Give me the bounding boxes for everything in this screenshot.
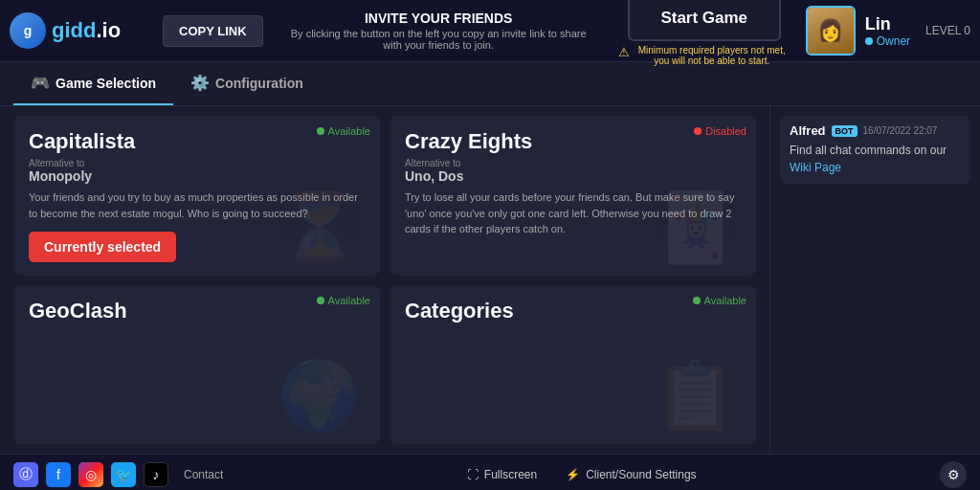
configuration-tab-label: Configuration: [215, 76, 303, 91]
chat-sender: Alfred: [790, 123, 826, 138]
user-info: Lin Owner: [865, 14, 910, 48]
chat-message: Alfred BOT 16/07/2022 22:07 Find all cha…: [780, 116, 970, 184]
status-text-geoclash: Available: [328, 295, 370, 306]
avatar: 👩: [806, 6, 856, 56]
start-game-area: Start Game ⚠ Minimum required players no…: [618, 0, 791, 66]
tab-configuration[interactable]: ⚙️ Configuration: [173, 62, 321, 105]
game-card-categories[interactable]: Available Categories 📋: [390, 285, 756, 445]
currently-selected-button[interactable]: Currently selected: [29, 232, 176, 262]
twitter-icon[interactable]: 🐦: [111, 462, 136, 487]
game-card-crazy-eights[interactable]: Disabled Crazy Eights Alternative to Uno…: [390, 116, 756, 276]
game-title-categories: Categories: [405, 299, 741, 323]
start-game-button[interactable]: Start Game: [628, 0, 781, 41]
footer-social: ⓓ f ◎ 🐦 ♪ Contact: [13, 462, 223, 487]
fullscreen-icon: ⛶: [467, 468, 479, 481]
status-dot-capitalista: [317, 127, 324, 135]
card-bg-icon-geoclash: 🌍: [278, 356, 361, 434]
card-bg-icon-capitalista: ⏳: [278, 188, 361, 266]
user-level: LEVEL 0: [925, 24, 970, 37]
game-card-geoclash[interactable]: Available GeoClash 🌍: [13, 285, 380, 445]
chat-wiki-link[interactable]: Wiki Page: [790, 161, 841, 174]
fullscreen-button[interactable]: ⛶ Fullscreen: [467, 468, 537, 481]
tabs-bar: 🎮 Game Selection ⚙️ Configuration: [0, 62, 980, 106]
footer-center: ⛶ Fullscreen ⚡ Client/Sound Settings: [223, 468, 940, 481]
tiktok-icon[interactable]: ♪: [144, 462, 168, 487]
invite-title: INVITE YOUR FRIENDS: [284, 11, 593, 26]
avatar-image: 👩: [808, 8, 854, 54]
status-text-categories: Available: [704, 295, 746, 306]
game-selection-tab-icon: 🎮: [31, 74, 50, 92]
status-dot-crazy-eights: [694, 127, 702, 135]
card-bg-icon-crazy-eights: 🃏: [654, 188, 737, 266]
footer-right: ⚙: [940, 461, 967, 488]
status-text-capitalista: Available: [328, 125, 370, 137]
user-name: Lin: [865, 14, 910, 34]
game-title-geoclash: GeoClash: [29, 299, 365, 323]
main-content: Available Capitalista Alternative to Mon…: [0, 106, 980, 454]
status-badge-categories: Available: [693, 295, 746, 306]
copy-link-button[interactable]: COPY LINK: [163, 15, 263, 47]
logo-icon: g: [10, 12, 46, 49]
invite-desc: By clicking the button on the left you c…: [284, 28, 593, 51]
header: g gidd.io COPY LINK INVITE YOUR FRIENDS …: [0, 0, 980, 62]
status-text-crazy-eights: Disabled: [705, 125, 746, 137]
game-title-capitalista: Capitalista: [29, 129, 365, 154]
contact-link[interactable]: Contact: [184, 468, 223, 481]
discord-icon[interactable]: ⓓ: [13, 462, 38, 487]
facebook-icon[interactable]: f: [46, 462, 71, 487]
card-bg-icon-categories: 📋: [654, 356, 737, 434]
footer: ⓓ f ◎ 🐦 ♪ Contact ⛶ Fullscreen ⚡ Client/…: [0, 454, 980, 490]
chat-timestamp: 16/07/2022 22:07: [863, 125, 938, 136]
game-card-capitalista[interactable]: Available Capitalista Alternative to Mon…: [13, 116, 380, 276]
status-badge-geoclash: Available: [317, 295, 370, 306]
client-sound-settings-button[interactable]: ⚡ Client/Sound Settings: [566, 468, 696, 481]
sidebar: Alfred BOT 16/07/2022 22:07 Find all cha…: [769, 106, 980, 454]
status-badge-capitalista: Available: [317, 125, 370, 137]
role-dot: [865, 37, 873, 45]
warning-message: ⚠ Minimum required players not met, you …: [618, 45, 791, 66]
status-dot-geoclash: [317, 297, 324, 304]
alt-name-capitalista: Monopoly: [29, 168, 365, 184]
user-area: 👩 Lin Owner LEVEL 0: [806, 6, 970, 56]
status-dot-categories: [693, 297, 701, 304]
alt-label-capitalista: Alternative to: [29, 158, 365, 168]
invite-section: INVITE YOUR FRIENDS By clicking the butt…: [275, 11, 603, 51]
tab-game-selection[interactable]: 🎮 Game Selection: [13, 62, 173, 105]
game-selection-tab-label: Game Selection: [56, 76, 156, 91]
status-badge-crazy-eights: Disabled: [694, 125, 746, 137]
settings-gear-icon[interactable]: ⚙: [940, 461, 967, 488]
warning-icon: ⚠: [618, 45, 630, 59]
game-title-crazy-eights: Crazy Eights: [405, 129, 741, 154]
chat-text: Find all chat commands on our Wiki Page: [790, 142, 961, 176]
logo-area: g gidd.io: [10, 12, 163, 49]
configuration-tab-icon: ⚙️: [190, 74, 210, 92]
user-role: Owner: [865, 34, 910, 48]
alt-name-crazy-eights: Uno, Dos: [405, 168, 741, 184]
alt-label-crazy-eights: Alternative to: [405, 158, 741, 168]
bot-badge: BOT: [832, 125, 858, 137]
instagram-icon[interactable]: ◎: [78, 462, 103, 487]
logo-text: gidd.io: [52, 18, 121, 43]
chat-header: Alfred BOT 16/07/2022 22:07: [790, 123, 961, 138]
games-grid: Available Capitalista Alternative to Mon…: [0, 106, 769, 454]
settings-sliders-icon: ⚡: [566, 468, 580, 481]
